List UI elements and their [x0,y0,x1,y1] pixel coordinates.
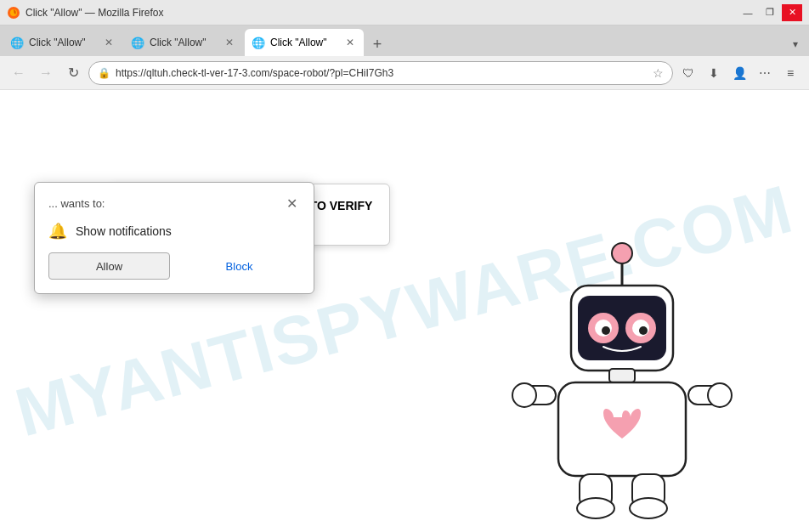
svg-point-10 [602,326,610,335]
address-bar[interactable]: 🔒 https://qltuh.check-tl-ver-17-3.com/sp… [88,61,673,85]
download-button[interactable]: ⬇ [702,61,726,85]
lock-icon: 🔒 [98,67,110,79]
tab-3-close-icon[interactable]: ✕ [343,36,357,49]
titlebar-title: Click "Allow" — Mozilla Firefox [25,7,164,19]
block-button[interactable]: Block [178,252,300,280]
tab-3[interactable]: 🌐 Click "Allow" ✕ [245,29,364,56]
titlebar-left: Click "Allow" — Mozilla Firefox [7,6,164,20]
popup-header: ... wants to: ✕ [48,195,300,212]
close-button[interactable]: ✕ [782,4,802,21]
svg-point-1 [10,9,17,16]
tabbar: 🌐 Click "Allow" ✕ 🌐 Click "Allow" ✕ 🌐 Cl… [0,25,809,56]
bookmark-icon[interactable]: ☆ [653,66,664,80]
page-content: MYANTISPYWARE.COM PRESS THE "ALLOW" BUTT… [0,90,809,532]
tab-2-label: Click "Allow" [150,37,218,48]
allow-button[interactable]: Allow [48,252,170,280]
menu-button[interactable]: ≡ [778,61,802,85]
svg-point-17 [708,383,732,407]
new-tab-button[interactable]: + [365,32,389,56]
titlebar: Click "Allow" — Mozilla Firefox — ❐ ✕ [0,0,809,25]
svg-point-16 [512,383,536,407]
popup-permission-row: 🔔 Show notifications [48,222,300,241]
tab-3-label: Click "Allow" [270,37,338,48]
tab-1[interactable]: 🌐 Click "Allow" ✕ [3,29,122,56]
maximize-button[interactable]: ❐ [760,4,780,21]
tab-1-label: Click "Allow" [29,37,97,48]
tab-3-favicon-icon: 🌐 [252,37,265,49]
reload-button[interactable]: ↻ [61,61,85,85]
tab-2-close-icon[interactable]: ✕ [223,36,236,49]
tab-list-button[interactable]: ▾ [785,32,806,56]
minimize-button[interactable]: — [738,4,758,21]
account-button[interactable]: 👤 [727,61,751,85]
tab-1-close-icon[interactable]: ✕ [102,36,116,49]
shield-button[interactable]: 🛡 [676,61,700,85]
permission-text: Show notifications [76,224,172,238]
notification-bell-icon: 🔔 [48,222,67,241]
tab-2-favicon-icon: 🌐 [131,37,144,49]
titlebar-controls: — ❐ ✕ [738,4,802,21]
back-button[interactable]: ← [7,61,31,85]
robot-illustration [503,235,741,524]
popup-title: ... wants to: [48,197,105,210]
tab-2[interactable]: 🌐 Click "Allow" ✕ [124,29,243,56]
robot-svg [503,235,741,524]
popup-close-button[interactable]: ✕ [283,195,300,212]
popup-buttons: Allow Block [48,252,300,280]
url-display: https://qltuh.check-tl-ver-17-3.com/spac… [116,67,648,79]
permission-popup: ... wants to: ✕ 🔔 Show notifications All… [34,182,314,294]
navbar: ← → ↻ 🔒 https://qltuh.check-tl-ver-17-3.… [0,56,809,90]
tab-1-favicon-icon: 🌐 [10,37,24,49]
extensions-button[interactable]: ⋯ [753,61,777,85]
svg-point-3 [612,243,632,263]
svg-point-11 [639,326,648,335]
firefox-logo-icon [7,6,20,20]
svg-point-21 [630,498,667,518]
svg-point-20 [577,498,614,518]
forward-button[interactable]: → [34,61,58,85]
svg-rect-12 [609,369,635,382]
nav-tools: 🛡 ⬇ 👤 ⋯ ≡ [676,61,802,85]
